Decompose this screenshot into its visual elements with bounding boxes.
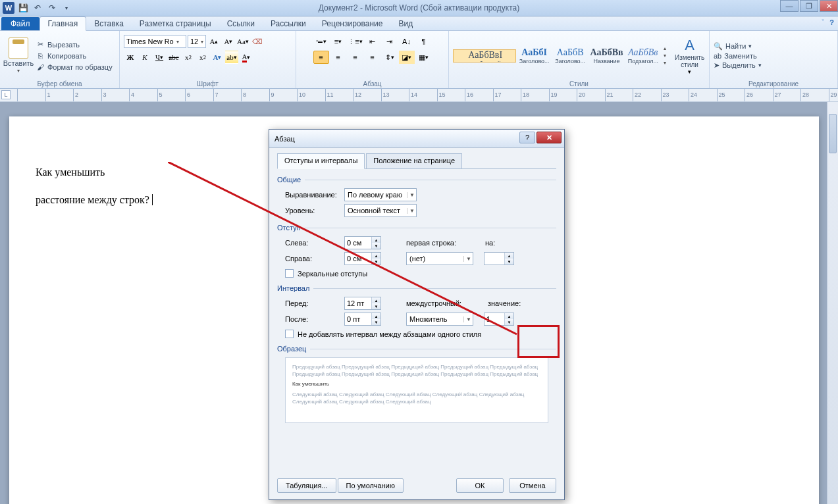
align-left-button[interactable]: ≡ [313,51,329,64]
dialog-titlebar[interactable]: Абзац ? ✕ [269,130,564,148]
spin-up-icon[interactable]: ▲ [372,297,380,303]
tabs-button[interactable]: Табуляция... [277,478,336,493]
spin-down-icon[interactable]: ▼ [505,319,513,325]
tab-file[interactable]: Файл [1,17,39,30]
help-icon[interactable]: ? [829,18,834,26]
line-spacing-value-spinner[interactable]: 1▲▼ [484,313,514,326]
subscript-button[interactable]: x2 [182,51,195,64]
tab-review[interactable]: Рецензирование [314,17,391,30]
spin-up-icon[interactable]: ▲ [505,313,513,319]
tab-references[interactable]: Ссылки [219,17,263,30]
redo-icon[interactable]: ↷ [46,2,58,14]
select-button[interactable]: ➤Выделить▾ [714,61,762,70]
alignment-select[interactable]: По левому краю▼ [344,188,417,201]
save-icon[interactable]: 💾 [17,2,29,14]
pilcrow-button[interactable]: ¶ [416,35,432,48]
indent-left-spinner[interactable]: 0 см▲▼ [344,236,381,249]
bold-button[interactable]: Ж [124,51,137,64]
spin-up-icon[interactable]: ▲ [372,253,380,259]
borders-button[interactable]: ▦▾ [416,51,432,64]
italic-button[interactable]: К [138,51,151,64]
dialog-tab-position[interactable]: Положение на странице [366,153,462,168]
sort-button[interactable]: A↓ [399,35,415,48]
justify-button[interactable]: ≡ [365,51,380,64]
tab-home[interactable]: Главная [39,16,87,31]
spin-up-icon[interactable]: ▲ [372,237,380,243]
replace-button[interactable]: abЗаменить [714,52,762,60]
grow-font-button[interactable]: A▴ [207,35,221,48]
style-heading2[interactable]: АаБбВЗаголово... [552,38,589,74]
change-styles-button[interactable]: A Изменить стили ▾ [674,37,705,75]
horizontal-ruler[interactable]: L 12345678910111213141516171819202122232… [0,89,838,102]
chevron-down-icon: ▾ [688,68,691,75]
first-line-select[interactable]: (нет)▼ [406,252,473,265]
superscript-button[interactable]: x2 [196,51,209,64]
tab-insert[interactable]: Вставка [86,17,132,30]
mirror-indents-checkbox[interactable]: Зеркальные отступы [285,269,556,278]
tab-mailings[interactable]: Рассылки [263,17,314,30]
styles-scroll[interactable]: ▴▾▾ [664,45,671,66]
minimize-ribbon-icon[interactable]: ˇ [822,18,825,26]
find-button[interactable]: 🔍Найти▾ [714,42,762,51]
paste-button[interactable]: Вставить ▾ [4,38,33,74]
style-subtitle[interactable]: АаБбВвПодзагол... [625,38,662,74]
underline-button[interactable]: Ч▾ [153,51,166,64]
close-button[interactable]: ✕ [820,0,838,12]
shading-button[interactable]: ◪▾ [399,51,415,64]
font-name-combo[interactable]: Times New Ro▾ [124,35,186,48]
numbering-button[interactable]: ≡▾ [330,35,346,48]
indent-right-spinner[interactable]: 0 см▲▼ [344,252,381,265]
style-title[interactable]: АаБбВвНазвание [588,38,625,74]
clear-format-button[interactable]: ⌫ [251,35,264,48]
dialog-tab-indents[interactable]: Отступы и интервалы [277,153,365,169]
style-normal[interactable]: АаБбВвІ¶ Обычный [453,49,516,63]
copy-button[interactable]: ⎘Копировать [36,51,113,61]
cancel-button[interactable]: Отмена [509,478,556,493]
tab-page-layout[interactable]: Разметка страницы [132,17,219,30]
outline-level-select[interactable]: Основной текст▼ [344,204,417,217]
space-after-spinner[interactable]: 0 пт▲▼ [344,313,381,326]
undo-icon[interactable]: ↶ [32,2,43,14]
style-heading1[interactable]: АаБбІЗаголово... [516,38,552,74]
strike-button[interactable]: abc [167,51,180,64]
minimize-button[interactable]: — [780,0,799,12]
qat-more-icon[interactable]: ▾ [61,2,72,14]
vertical-scrollbar[interactable] [827,102,838,504]
align-center-button[interactable]: ≡ [330,51,346,64]
bullets-button[interactable]: ≔▾ [313,35,329,48]
multilevel-button[interactable]: ⋮≡▾ [348,35,363,48]
increase-indent-button[interactable]: ⇥ [382,35,398,48]
spin-down-icon[interactable]: ▼ [372,259,380,265]
scroll-thumb[interactable] [829,114,837,153]
restore-button[interactable]: ❐ [800,0,818,12]
spin-down-icon[interactable]: ▼ [372,243,380,249]
spin-down-icon[interactable]: ▼ [372,303,380,309]
default-button[interactable]: По умолчанию [338,478,404,493]
line-spacing-select[interactable]: Множитель▼ [406,313,473,326]
tab-view[interactable]: Вид [390,17,421,30]
ok-button[interactable]: ОК [456,478,504,493]
spin-down-icon[interactable]: ▼ [505,259,513,265]
spin-down-icon[interactable]: ▼ [372,319,380,325]
font-color-button[interactable]: A▾ [240,51,253,64]
no-space-same-style-checkbox[interactable]: Не добавлять интервал между абзацами одн… [285,330,556,338]
shrink-font-button[interactable]: A▾ [222,35,235,48]
spin-up-icon[interactable]: ▲ [505,253,513,259]
cut-button[interactable]: ✂Вырезать [36,40,113,49]
word-icon: W [3,2,14,14]
change-case-button[interactable]: Aa▾ [236,35,249,48]
tab-selector[interactable]: L [1,90,11,99]
font-size-combo[interactable]: 12▾ [188,35,206,48]
dialog-close-button[interactable]: ✕ [537,132,562,143]
line-spacing-button[interactable]: ⇕▾ [382,51,398,64]
space-before-spinner[interactable]: 12 пт▲▼ [344,297,381,310]
first-line-value-spinner[interactable]: ▲▼ [484,252,514,265]
decrease-indent-button[interactable]: ⇤ [365,35,380,48]
document-text[interactable]: Как уменьшить расстояние между строк? [36,159,153,213]
text-effects-button[interactable]: A▾ [211,51,224,64]
highlight-button[interactable]: ab▾ [225,51,238,64]
align-right-button[interactable]: ≡ [348,51,363,64]
spin-up-icon[interactable]: ▲ [372,313,380,319]
format-painter-button[interactable]: 🖌Формат по образцу [36,63,113,72]
dialog-help-button[interactable]: ? [519,132,535,143]
